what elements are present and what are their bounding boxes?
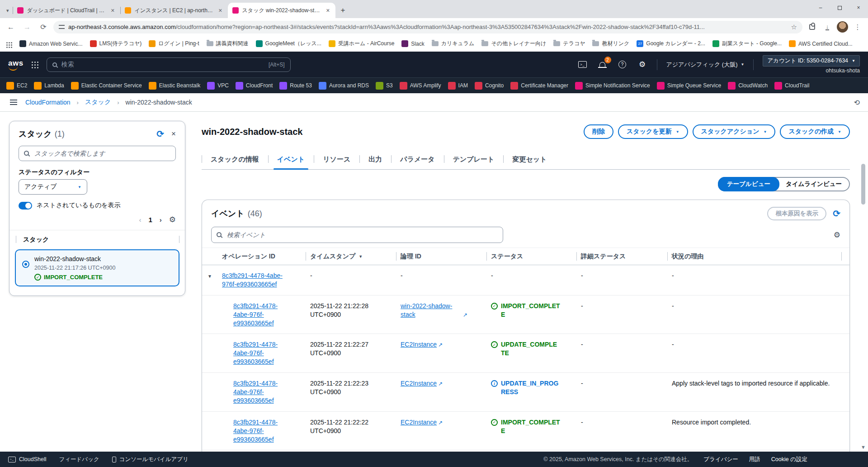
close-panel-icon[interactable]: ×: [171, 129, 176, 138]
service-shortcut[interactable]: CloudWatch: [728, 82, 768, 90]
logical-id-link[interactable]: EC2Instance: [401, 340, 437, 349]
service-shortcut[interactable]: Simple Queue Service: [657, 82, 721, 90]
refresh-events-icon[interactable]: ⟳: [833, 208, 840, 219]
service-shortcut[interactable]: Aurora and RDS: [319, 82, 369, 90]
bookmark-item[interactable]: 講義資料関連: [207, 40, 249, 48]
operation-id-link[interactable]: 8c3fb291-4478-4abe-976f-e993603665ef: [233, 302, 287, 328]
service-shortcut[interactable]: Elastic Container Service: [71, 82, 142, 90]
logical-id-link[interactable]: EC2Instance: [401, 418, 437, 427]
browser-tab[interactable]: スタック win-2022-shadow-stack ×: [228, 3, 335, 18]
tab-close-icon[interactable]: ×: [325, 7, 330, 14]
tab-close-icon[interactable]: ×: [217, 7, 223, 14]
tab-search-icon[interactable]: ▾: [3, 3, 13, 18]
service-shortcut[interactable]: VPC: [207, 82, 229, 90]
table-settings-gear-icon[interactable]: ⚙: [834, 230, 840, 240]
show-nested-toggle[interactable]: [19, 202, 32, 210]
sort-desc-ic_on[interactable]: ▼: [359, 254, 363, 259]
hamburger-menu-icon[interactable]: [10, 102, 17, 103]
operation-id-link[interactable]: 8c3fb291-4478-4abe-976f-e993603665ef: [222, 272, 291, 289]
service-shortcut[interactable]: Lambda: [34, 82, 64, 90]
service-shortcut[interactable]: IAM: [448, 82, 468, 90]
stack-name[interactable]: win-2022-shadow-stack: [34, 255, 115, 262]
service-shortcut[interactable]: Certificate Manager: [510, 82, 568, 90]
profile-avatar[interactable]: [837, 21, 848, 33]
expand-cell[interactable]: ▼: [208, 334, 222, 372]
bookmark-item[interactable]: AWS Certified Cloud...: [789, 40, 853, 47]
stack-action-button[interactable]: 削除 ▼: [584, 124, 613, 139]
stack-action-button[interactable]: スタックアクション ▼: [693, 124, 776, 139]
site-info-icon[interactable]: [59, 25, 65, 29]
bookmark-item[interactable]: GoogleMeet（レッス...: [256, 40, 321, 48]
new-tab-button[interactable]: +: [335, 3, 351, 18]
browser-tab[interactable]: インスタンス | EC2 | ap-northeast-... ×: [120, 3, 228, 18]
list-settings-gear-icon[interactable]: ⚙: [169, 215, 176, 224]
view-toggle-segment[interactable]: テーブルビュー: [718, 177, 779, 191]
column-detail-status[interactable]: 詳細ステータス: [581, 248, 672, 265]
services-menu-icon[interactable]: [32, 62, 33, 63]
help-icon[interactable]: ?: [617, 59, 628, 70]
operation-id-link[interactable]: 8c3fb291-4478-4abe-976f-e993603665ef: [233, 418, 287, 444]
tab-close-icon[interactable]: ×: [110, 7, 115, 14]
bookmark-item[interactable]: 副業スタート - Google...: [712, 40, 782, 48]
back-icon[interactable]: ←: [5, 21, 17, 33]
footer-link[interactable]: 用語: [749, 456, 760, 463]
detail-tab[interactable]: 変更セット: [503, 152, 556, 169]
expand-cell[interactable]: ▼: [208, 450, 222, 452]
bookmark-item[interactable]: 27 Google カレンダー - 2...: [637, 40, 705, 48]
column-status-reason[interactable]: 状況の理由: [672, 248, 846, 265]
bookmark-item[interactable]: 受講ホーム - AirCourse: [329, 40, 395, 48]
detail-tab[interactable]: イベント: [268, 152, 314, 169]
region-selector[interactable]: アジアパシフィック (大阪)▼: [666, 61, 745, 69]
service-shortcut[interactable]: S3: [376, 82, 393, 90]
bookmark-item[interactable]: 教材リンク: [592, 40, 629, 48]
cloudshell-footer-button[interactable]: >_CloudShell: [8, 456, 46, 462]
expand-caret-icon[interactable]: ▼: [208, 274, 212, 279]
view-toggle-segment[interactable]: タイムラインビュー: [778, 178, 849, 191]
bookmark-item[interactable]: その他トレイナー向け: [481, 40, 546, 48]
expand-cell[interactable]: ▼: [208, 373, 222, 411]
extensions-icon[interactable]: [806, 21, 818, 33]
breadcrumb-cloudformation[interactable]: CloudFormation: [25, 99, 71, 106]
breadcrumb-stacks[interactable]: スタック: [85, 98, 111, 106]
expand-cell[interactable]: ▼: [208, 412, 222, 450]
bookmark-item[interactable]: カリキュラム: [432, 40, 475, 48]
stack-search-input[interactable]: [19, 146, 176, 161]
aws-logo[interactable]: aws: [8, 59, 24, 71]
logical-id-link[interactable]: -: [401, 272, 403, 280]
service-shortcut[interactable]: CloudTrail: [774, 82, 809, 90]
detail-tab[interactable]: リソース: [314, 152, 359, 169]
events-search-input[interactable]: [211, 227, 503, 243]
window-close-icon[interactable]: ×: [849, 0, 868, 15]
scrollbar[interactable]: [861, 112, 865, 452]
service-shortcut[interactable]: CloudFront: [236, 82, 273, 90]
stack-list-item-selected[interactable]: win-2022-shadow-stack 2025-11-22 21:17:2…: [15, 249, 179, 286]
operation-id-link[interactable]: 8c3fb291-4478-4abe-976f-e993603665ef: [233, 340, 287, 366]
operation-id-link[interactable]: 8c3fb291-4478-4abe-976f-e993603665ef: [233, 379, 287, 405]
window-maximize-icon[interactable]: [830, 0, 849, 15]
detail-tab[interactable]: スタックの情報: [202, 152, 268, 169]
service-shortcut[interactable]: AWS Amplify: [400, 82, 441, 90]
service-shortcut[interactable]: Route 53: [279, 82, 312, 90]
scroll-down-icon[interactable]: ▼: [861, 444, 866, 450]
browser-menu-icon[interactable]: ⋮: [852, 21, 863, 33]
detail-tab[interactable]: 出力: [359, 152, 391, 169]
column-timestamp[interactable]: タイムスタンプ▼: [310, 248, 401, 265]
bookmark-item[interactable]: LMS(侍テラコヤ): [90, 40, 142, 48]
page-number[interactable]: 1: [148, 216, 152, 224]
service-shortcut[interactable]: Cognito: [475, 82, 504, 90]
detail-tab[interactable]: テンプレート: [444, 152, 504, 169]
cloudshell-icon[interactable]: >_: [577, 59, 588, 70]
logical-id-link[interactable]: win-2022-shadow-stack: [401, 302, 462, 319]
url-omnibox[interactable]: ap-northeast-3.console.aws.amazon.com/cl…: [53, 21, 802, 33]
bookmark-item[interactable]: ログイン | Ping-t: [149, 40, 199, 48]
bookmark-item[interactable]: テラコヤ: [553, 40, 585, 48]
service-shortcut[interactable]: Simple Notification Service: [575, 82, 650, 90]
forward-icon[interactable]: →: [21, 21, 33, 33]
footer-link[interactable]: プライバシー: [703, 456, 738, 463]
show-root-cause-button[interactable]: 根本原因を表示: [767, 207, 826, 220]
downloads-icon[interactable]: ↓: [821, 21, 833, 33]
service-shortcut[interactable]: Elastic Beanstalk: [149, 82, 200, 90]
scrollbar-thumb[interactable]: [861, 164, 865, 205]
detail-tab[interactable]: パラメータ: [391, 152, 443, 169]
previous-page-icon[interactable]: ‹: [139, 216, 141, 224]
